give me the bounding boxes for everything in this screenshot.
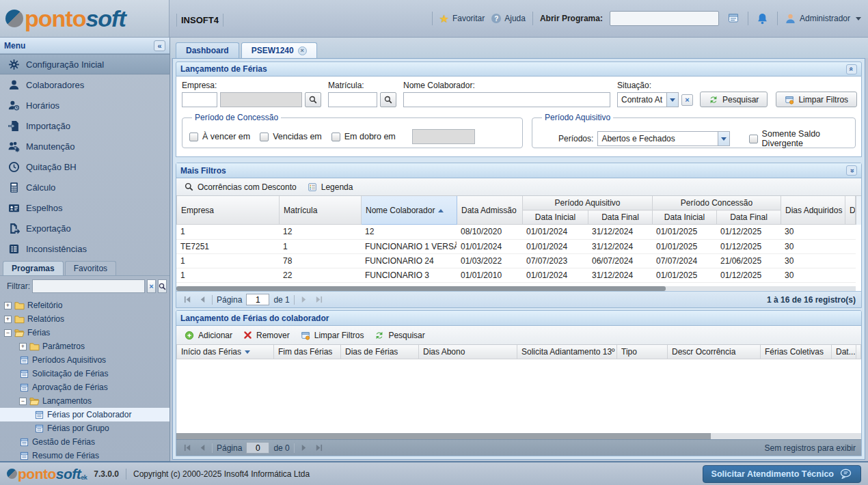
column-header-u[interactable]: U — [856, 345, 861, 359]
sidebar-item-espelhos[interactable]: Espelhos — [0, 197, 169, 218]
column-header-empresa[interactable]: Empresa — [177, 196, 280, 225]
column-header-pa-data-inicial[interactable]: Data Inicial — [523, 210, 588, 225]
column-header-ferias-coletivas[interactable]: Férias Coletivas — [761, 345, 832, 359]
expand-icon[interactable]: + — [4, 316, 12, 323]
tab-psew1240[interactable]: PSEW1240 × — [241, 42, 317, 58]
column-header-data-admissao[interactable]: Data Admissão — [457, 196, 523, 225]
pesquisar-button-2[interactable]: Pesquisar — [372, 329, 427, 342]
previous-page-button[interactable] — [197, 294, 208, 305]
column-header-fim-ferias[interactable]: Fim das Férias — [274, 345, 341, 359]
tree-item-aprovacao-de-ferias[interactable]: Aprovação de Férias — [0, 380, 169, 394]
expand-icon[interactable]: + — [4, 302, 12, 309]
column-header-pc-data-inicial[interactable]: Data Inicial — [653, 210, 717, 225]
empresa-code-input[interactable] — [182, 92, 217, 107]
first-page-button[interactable] — [182, 294, 193, 305]
first-page-button[interactable] — [182, 443, 193, 454]
pesquisar-button[interactable]: Pesquisar — [700, 92, 768, 107]
column-header-inicio-ferias[interactable]: Início das Férias — [177, 345, 274, 359]
next-page-button[interactable] — [299, 443, 310, 454]
nome-colaborador-input[interactable] — [403, 92, 610, 107]
tab-favoritos[interactable]: Favoritos — [65, 261, 116, 275]
tab-programas[interactable]: Programas — [3, 261, 64, 275]
ocorrencias-com-desconto-button[interactable]: Ocorrências com Desconto — [182, 181, 299, 193]
scrollbar-thumb[interactable] — [176, 433, 711, 439]
open-program-input[interactable] — [610, 11, 719, 26]
column-header-dat[interactable]: Dat... — [832, 345, 856, 359]
column-header-dias-abono[interactable]: Dias Abono — [419, 345, 517, 359]
dropdown-arrow-icon[interactable] — [666, 93, 678, 107]
dropdown-arrow-icon[interactable] — [718, 132, 729, 146]
tree-item-relatorios[interactable]: +Relatórios — [0, 312, 169, 326]
filter-input[interactable] — [32, 279, 145, 293]
table-row[interactable]: 1121208/10/2020 01/01/202431/12/202401/0… — [176, 225, 856, 239]
collapse-icon[interactable]: − — [19, 398, 27, 405]
em-dobro-em-checkbox[interactable] — [331, 133, 340, 141]
tree-item-gestao-de-ferias[interactable]: Gestão de Férias — [0, 435, 169, 449]
table-row[interactable]: 178FUNCIONARIO 2401/03/2022 07/07/202306… — [176, 253, 856, 268]
collapse-icon[interactable]: − — [4, 329, 12, 337]
table-row[interactable]: TE72511FUNCIONARIO 1 VERSÃ...01/01/2024 … — [176, 239, 856, 253]
sidebar-item-importacao[interactable]: Importação — [0, 115, 169, 136]
previous-page-button[interactable] — [197, 443, 208, 454]
limpar-filtros-button[interactable]: Limpar Filtros — [776, 92, 857, 107]
horizontal-scrollbar-2[interactable] — [176, 433, 861, 439]
vertical-scrollbar[interactable] — [856, 196, 861, 225]
periodos-select[interactable]: Abertos e Fechados — [597, 131, 729, 146]
scrollbar-thumb[interactable] — [176, 286, 666, 291]
column-header-nome-colaborador[interactable]: Nome Colaborador — [362, 196, 457, 225]
somente-saldo-divergente-checkbox[interactable] — [749, 135, 758, 143]
sidebar-item-calculo[interactable]: Cálculo — [0, 177, 169, 197]
column-header-pc-data-final[interactable]: Data Final — [717, 210, 781, 225]
tree-item-parametros[interactable]: +Parâmetros — [0, 340, 169, 353]
tab-dashboard[interactable]: Dashboard — [176, 42, 239, 58]
support-request-button[interactable]: Solicitar Atendimento Técnico — [703, 465, 861, 483]
tree-item-ferias[interactable]: −Férias — [0, 326, 169, 340]
column-header-tipo[interactable]: Tipo — [617, 345, 668, 359]
column-header-dias-adquiridos[interactable]: Dias Adquiridos — [781, 196, 845, 225]
column-header-dias-ferias[interactable]: Dias de Férias — [341, 345, 419, 359]
expand-panel-button[interactable]: « — [846, 165, 857, 176]
a-vencer-em-checkbox[interactable] — [189, 133, 198, 141]
sidebar-item-inconsistencias[interactable]: Inconsistências — [0, 238, 169, 259]
program-lookup-button[interactable] — [726, 12, 741, 25]
limpar-filtros-button-2[interactable]: Limpar Filtros — [298, 329, 367, 342]
search-filter-button[interactable] — [158, 279, 167, 293]
vencidas-em-checkbox[interactable] — [260, 133, 269, 141]
tree-item-ferias-por-colaborador[interactable]: Férias por Colaborador — [0, 408, 169, 421]
user-menu[interactable]: Administrador — [785, 13, 861, 25]
help-button[interactable]: ? Ajuda — [491, 14, 526, 23]
column-header-pa-data-final[interactable]: Data Final — [588, 210, 653, 225]
sidebar-item-exportacao[interactable]: Exportação — [0, 218, 169, 238]
tree-item-lancamentos[interactable]: −Lançamentos — [0, 394, 169, 408]
empresa-search-button[interactable] — [305, 92, 321, 107]
clear-filter-button[interactable]: × — [147, 279, 156, 293]
sidebar-item-configuracao-inicial[interactable]: Configuração Inicial — [0, 54, 169, 74]
column-header-dias-cut[interactable]: Di — [845, 196, 856, 225]
sidebar-item-horarios[interactable]: Horários — [0, 95, 169, 115]
notifications-button[interactable] — [755, 12, 770, 25]
horizontal-scrollbar[interactable] — [176, 286, 856, 291]
tree-item-resumo-de-ferias[interactable]: Resumo de Férias — [0, 449, 169, 461]
adicionar-button[interactable]: Adicionar — [182, 329, 235, 342]
page-number-input[interactable] — [246, 294, 269, 305]
remover-button[interactable]: Remover — [241, 329, 293, 342]
legenda-button[interactable]: Legenda — [305, 181, 356, 193]
last-page-button[interactable] — [314, 294, 325, 305]
tree-item-solicitacao-de-ferias[interactable]: Solicitação de Férias — [0, 367, 169, 380]
matricula-search-button[interactable] — [380, 92, 396, 107]
column-header-matricula[interactable]: Matrícula — [280, 196, 362, 225]
matricula-input[interactable] — [328, 92, 377, 107]
tree-item-ferias-por-grupo[interactable]: Férias por Grupo — [0, 421, 169, 435]
situacao-select[interactable]: Contrato At — [617, 92, 679, 107]
tree-item-refeitorio[interactable]: +Refeitório — [0, 299, 169, 312]
tree-item-periodos-aquisitivos[interactable]: Períodos Aquisitivos — [0, 353, 169, 367]
situacao-clear-button[interactable]: × — [681, 94, 693, 106]
expand-icon[interactable]: + — [19, 343, 27, 350]
page-number-input[interactable] — [246, 442, 269, 454]
sidebar-item-quitacao-bh[interactable]: Quitação BH — [0, 156, 169, 177]
next-page-button[interactable] — [299, 294, 310, 305]
close-tab-icon[interactable]: × — [298, 46, 307, 55]
table-row[interactable]: 122FUNCIONARIO 301/01/2010 01/01/202431/… — [176, 268, 856, 282]
collapse-panel-button[interactable]: « — [846, 64, 857, 74]
last-page-button[interactable] — [314, 443, 325, 454]
